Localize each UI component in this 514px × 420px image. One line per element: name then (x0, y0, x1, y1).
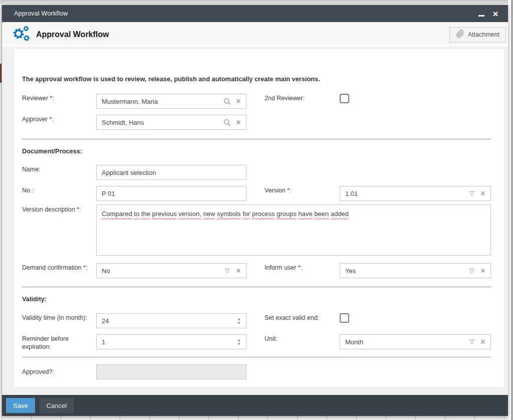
validity-heading: Validity: (22, 295, 47, 303)
approved-label: Approved?: (22, 368, 95, 376)
chevron-down-icon[interactable]: ▽ (467, 267, 476, 274)
validity-time-spinner: ▲ ▼ (96, 313, 246, 328)
name-field (96, 165, 246, 180)
reminder-label: Reminder before expiration: (22, 335, 95, 351)
demand-confirmation-label: Demand confirmation *: (22, 264, 95, 272)
clear-icon[interactable]: × (476, 337, 490, 346)
spin-up-icon[interactable]: ▲ (237, 317, 241, 321)
section-divider (22, 357, 491, 357)
reviewer-label: Reviewer *: (22, 94, 95, 102)
unit-combobox: ▽ × (340, 334, 491, 349)
close-icon: × (492, 9, 498, 19)
version-input[interactable] (340, 186, 467, 200)
clear-icon[interactable]: × (231, 97, 246, 106)
search-icon[interactable] (223, 97, 231, 106)
dialog-header: Approval Workflow Attachment (2, 22, 508, 47)
inform-user-label: Inform user *: (265, 264, 339, 272)
validity-time-input[interactable] (97, 314, 235, 328)
dialog-content: The approval workflow is used to review,… (2, 47, 508, 395)
clear-icon[interactable]: × (231, 266, 246, 275)
approver-label: Approver *: (22, 115, 95, 123)
intro-text: The approval workflow is used to review,… (22, 75, 493, 83)
chevron-down-icon[interactable]: ▽ (467, 338, 476, 345)
window-title: Approval Workflow (14, 10, 68, 17)
page-title: Approval Workflow (36, 30, 109, 39)
set-exact-valid-end-label: Set exact valid end: (265, 314, 339, 322)
document-process-heading: Document/Process: (22, 147, 82, 155)
approver-lookup-field: × (96, 115, 246, 130)
background-window-left-marker (0, 64, 2, 83)
section-divider (22, 139, 491, 139)
unit-input[interactable] (340, 335, 467, 349)
chevron-down-icon[interactable]: ▽ (467, 190, 476, 197)
name-label: Name: (22, 165, 95, 173)
reminder-input[interactable] (97, 335, 235, 349)
inform-user-input[interactable] (340, 264, 467, 278)
set-exact-valid-end-checkbox[interactable] (340, 313, 349, 323)
spin-down-icon[interactable]: ▼ (237, 321, 241, 325)
close-button[interactable]: × (490, 8, 501, 19)
background-window-edge (511, 0, 512, 420)
reminder-spinner: ▲ ▼ (96, 334, 246, 349)
version-combobox: ▽ × (340, 186, 491, 201)
clear-icon[interactable]: × (476, 189, 490, 198)
background-window-bottom-strip (2, 416, 508, 420)
second-reviewer-label: 2nd Reviewer: (265, 94, 339, 102)
paperclip-icon (456, 30, 464, 40)
background-window-right-strip (508, 0, 514, 420)
no-field (96, 186, 246, 201)
chevron-down-icon[interactable]: ▽ (223, 267, 231, 274)
cancel-button[interactable]: Cancel (40, 398, 74, 413)
approver-input[interactable] (97, 115, 223, 129)
demand-confirmation-combobox: ▽ × (96, 263, 246, 278)
reviewer-input[interactable] (97, 94, 223, 108)
spin-down-icon[interactable]: ▼ (237, 342, 241, 346)
clear-icon[interactable]: × (476, 266, 490, 275)
approval-workflow-dialog: Approval Workflow × (2, 5, 508, 416)
version-description-label: Version description *: (22, 205, 95, 214)
window-titlebar: Approval Workflow × (2, 5, 508, 22)
minimize-button[interactable] (476, 8, 487, 19)
spin-up-icon[interactable]: ▲ (237, 338, 241, 342)
second-reviewer-checkbox[interactable] (340, 94, 349, 103)
background-window-top-strip (0, 0, 514, 5)
unit-label: Unit: (265, 335, 339, 343)
screen: Approval Workflow × (0, 0, 514, 420)
no-input[interactable] (97, 186, 246, 200)
form-panel: The approval workflow is used to review,… (14, 49, 504, 387)
attachment-button[interactable]: Attachment (449, 27, 506, 43)
no-label: No.: (22, 186, 95, 194)
reviewer-lookup-field: × (96, 94, 246, 109)
gears-icon (11, 25, 31, 45)
section-divider (22, 287, 491, 287)
search-icon[interactable] (223, 118, 231, 127)
clear-icon[interactable]: × (231, 118, 246, 127)
dialog-footer: Save Cancel (2, 395, 508, 416)
attachment-button-label: Attachment (468, 31, 499, 38)
save-button[interactable]: Save (6, 398, 35, 413)
name-input[interactable] (97, 165, 246, 179)
inform-user-combobox: ▽ × (340, 263, 491, 278)
validity-time-label: Validity time (in month): (22, 314, 95, 322)
version-description-textarea[interactable]: Compared to the previous version, new sy… (96, 204, 491, 256)
version-label: Version *: (265, 186, 339, 194)
approved-input (96, 364, 246, 379)
minimize-icon (478, 15, 484, 17)
demand-confirmation-input[interactable] (97, 264, 223, 278)
